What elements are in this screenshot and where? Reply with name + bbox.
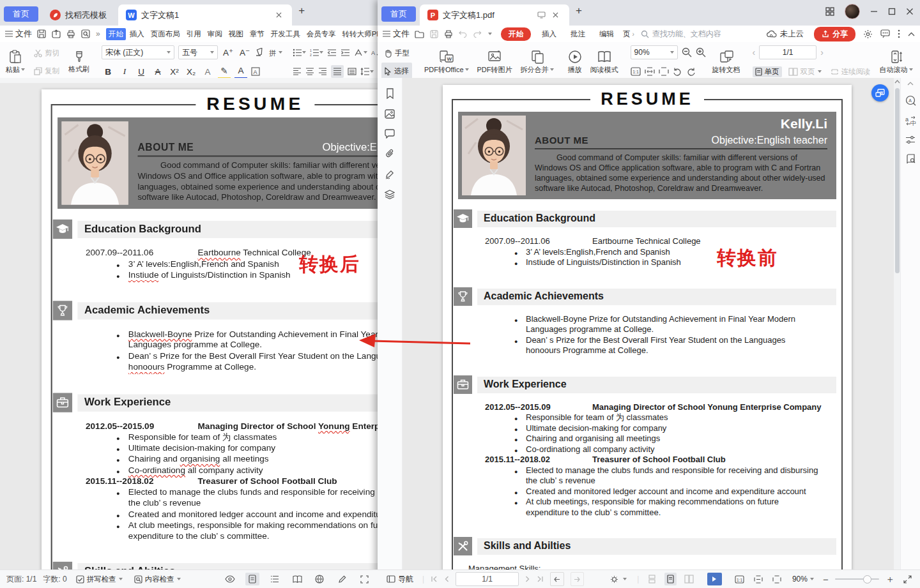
double-page-button[interactable]: 双页 <box>786 66 824 77</box>
justify-button[interactable] <box>331 65 344 78</box>
save-icon[interactable] <box>430 30 438 38</box>
zoom-out-icon[interactable] <box>682 47 692 57</box>
navigation-button[interactable]: 导航 <box>384 573 416 585</box>
web-layout-icon[interactable] <box>312 573 326 585</box>
ribbon-tab-devtools[interactable]: 开发工具 <box>268 28 303 40</box>
continuous-read-button[interactable]: 连续阅读 <box>828 66 873 77</box>
split-merge-button[interactable]: 拆分合并 <box>519 44 556 80</box>
attachment-icon[interactable] <box>385 149 395 159</box>
word-count-label[interactable]: 字数: 0 <box>43 574 66 585</box>
page-indicator-input[interactable]: 1/1 <box>759 45 816 59</box>
zoom-in-icon[interactable] <box>696 47 706 57</box>
apps-grid-icon[interactable] <box>825 7 834 16</box>
collapse-ribbon-icon[interactable] <box>908 32 915 36</box>
prev-page-chevron[interactable]: ‹ <box>753 47 756 57</box>
continuous-layout-icon[interactable] <box>645 573 657 585</box>
sort-icon[interactable]: A <box>371 49 378 57</box>
history-caret[interactable] <box>488 33 492 35</box>
export-icon[interactable] <box>52 29 61 38</box>
layers-icon[interactable] <box>385 190 395 199</box>
select-tool-button[interactable]: 选择 <box>381 63 412 79</box>
bold-button[interactable]: B <box>102 65 114 78</box>
fit-width-icon[interactable] <box>645 67 655 76</box>
fullscreen-icon[interactable] <box>357 573 371 585</box>
ribbon-tab-page-layout[interactable]: 页面布局 <box>148 28 183 40</box>
minimize-button[interactable] <box>870 8 878 15</box>
pdf-home-tab[interactable]: 首页 <box>381 6 416 22</box>
comment-panel-icon[interactable] <box>385 129 395 139</box>
text-effects-button[interactable]: A <box>201 65 214 78</box>
fit-page-icon[interactable] <box>659 67 669 76</box>
bookmark-icon[interactable] <box>385 88 395 99</box>
writer-file-menu[interactable]: 文件 <box>5 28 32 40</box>
ribbon-tab-pdf-master[interactable]: 转转大师PDF <box>340 28 378 40</box>
writer-doc-tab[interactable]: W 文字文稿1 <box>118 4 292 26</box>
pdf-file-menu[interactable]: 文件 <box>383 28 410 40</box>
single-layout-button[interactable] <box>664 573 677 585</box>
new-tab-button[interactable]: + <box>573 5 585 17</box>
cut-button[interactable]: 剪切 <box>31 45 62 61</box>
content-check-button[interactable]: 内容检查 <box>132 574 183 585</box>
underline-button[interactable]: U <box>135 65 148 78</box>
template-tab[interactable]: 找稻壳模板 <box>42 4 114 26</box>
rotate-right-icon[interactable] <box>686 67 696 76</box>
increase-indent-icon[interactable] <box>341 49 350 57</box>
open-folder-icon[interactable] <box>415 30 424 38</box>
play-button[interactable]: 播放 <box>566 44 584 80</box>
translate-panel-icon[interactable]: a中 <box>905 116 916 126</box>
fit-page-status-icon[interactable] <box>770 573 783 585</box>
auto-scroll-button[interactable]: 自动滚动 <box>878 44 915 80</box>
eye-protect-mode-button[interactable] <box>607 573 627 585</box>
clear-format-icon[interactable] <box>255 48 264 57</box>
single-page-button[interactable]: 单页 <box>753 66 782 77</box>
redo-icon[interactable] <box>473 30 482 38</box>
pdf-tab-edit[interactable]: 编辑 <box>593 28 620 40</box>
first-page-icon[interactable] <box>431 576 438 582</box>
undo-icon[interactable] <box>459 30 468 38</box>
zoom-out-minus[interactable]: − <box>823 574 829 585</box>
print-icon[interactable] <box>66 29 75 38</box>
superscript-button[interactable]: X² <box>168 65 181 78</box>
scrollbar-thumb[interactable] <box>895 88 900 273</box>
distribute-icon[interactable] <box>348 68 356 75</box>
ribbon-tab-start[interactable]: 开始 <box>106 28 126 40</box>
share-button[interactable]: 分享 <box>814 27 855 41</box>
expand-fullscreen-icon[interactable] <box>901 573 914 585</box>
image-panel-icon[interactable] <box>385 109 395 119</box>
pdf-tab-insert[interactable]: 插入 <box>535 28 563 40</box>
highlight-color-button[interactable]: ✎ <box>218 64 231 79</box>
maximize-button[interactable] <box>888 8 896 15</box>
presentation-play-button[interactable] <box>707 573 722 585</box>
zoom-slider[interactable] <box>835 578 879 580</box>
spell-check-button[interactable]: 拼写检查 <box>73 574 125 585</box>
back-view-button[interactable] <box>550 572 564 586</box>
read-mode-button[interactable]: 阅读模式 <box>588 44 620 80</box>
align-left-icon[interactable] <box>293 68 302 75</box>
cloud-status[interactable]: 未上云 <box>764 28 807 40</box>
close-tab-icon[interactable] <box>273 10 284 21</box>
print-icon[interactable] <box>444 29 453 38</box>
collapse-panel-icon[interactable] <box>907 82 914 86</box>
outline-view-icon[interactable] <box>268 573 282 585</box>
character-border-icon[interactable]: A <box>251 67 260 76</box>
double-layout-icon[interactable] <box>683 573 695 585</box>
pdf-to-office-button[interactable]: W PDF转Office <box>422 44 471 80</box>
zoom-slider-knob[interactable] <box>863 575 871 584</box>
pdf-to-image-button[interactable]: PDF转图片 <box>475 44 514 80</box>
ribbon-tab-view[interactable]: 视图 <box>226 28 246 40</box>
close-tab-icon[interactable] <box>550 10 562 21</box>
align-center-icon[interactable] <box>305 68 314 75</box>
page-view-button[interactable] <box>245 573 259 585</box>
format-painter-button[interactable]: 格式刷 <box>66 44 91 80</box>
zoom-in-plus[interactable]: ＋ <box>885 573 895 585</box>
new-tab-button[interactable]: + <box>296 5 307 17</box>
user-avatar[interactable] <box>845 4 860 19</box>
decrease-indent-icon[interactable] <box>327 49 337 57</box>
pdf-search-input[interactable]: 查找功能、文档内容 <box>641 29 721 40</box>
pdf-tab-page[interactable]: 页 <box>622 28 632 40</box>
zoom-select[interactable]: 90% <box>631 45 678 59</box>
decrease-font-button[interactable]: A⁻ <box>238 46 251 59</box>
annotate-pen-icon[interactable] <box>335 573 349 585</box>
phonetic-guide-icon[interactable]: 拼 <box>268 48 282 57</box>
ribbon-tab-insert[interactable]: 插入 <box>127 28 147 40</box>
